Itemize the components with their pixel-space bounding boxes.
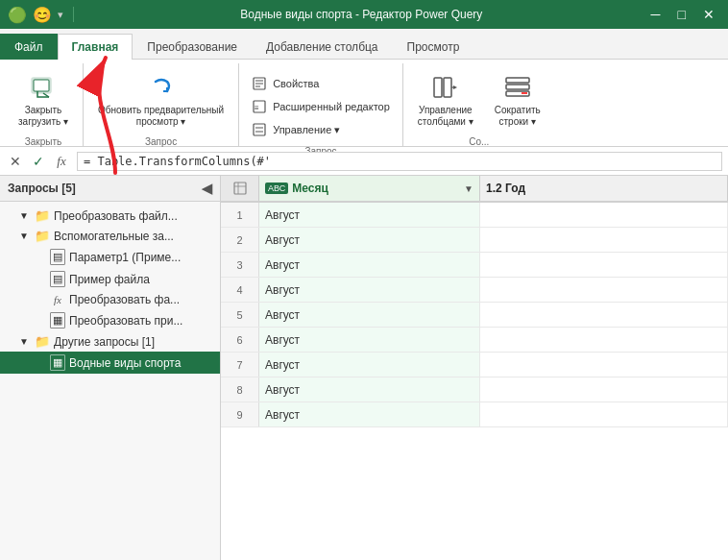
folder-icon-helper: 📁 [35,229,50,243]
refresh-button[interactable]: Обновить предварительныйпросмотр ▾ [91,67,231,133]
table-row: 8 Август [221,377,728,402]
refresh-label: Обновить предварительныйпросмотр ▾ [98,105,224,128]
manage-columns-icon [430,72,461,103]
table-row: 3 Август [221,253,728,278]
sidebar-item-label-water-sports: Водные виды спорта [69,356,212,370]
manage-label: Управление ▾ [273,124,340,136]
close-load-button[interactable]: Закрытьзагрузить ▾ [12,67,75,133]
svg-rect-12 [444,78,451,97]
refresh-icon [146,72,177,103]
table-row: 2 Август [221,228,728,253]
table-row: 9 Август [221,402,728,427]
formula-input[interactable] [77,152,722,171]
folder-icon-transform: 📁 [35,208,50,223]
close-icon [28,72,59,103]
sidebar-title: Запросы [5] [8,182,76,195]
reduce-rows-icon [502,72,533,103]
row-number: 9 [221,402,259,426]
sidebar-item-transform-sample[interactable]: ▦ Преобразовать при... [0,309,220,331]
cell-month: Август [259,328,480,352]
folder-icon-other: 📁 [35,334,50,349]
cell-year [480,253,728,277]
ribbon-group-query-side: Свойства ≡ Расширенный редактор [239,63,403,146]
cell-month: Август [259,377,480,402]
svg-rect-11 [434,78,442,97]
cell-month: Август [259,203,480,227]
manage-button[interactable]: Управление ▾ [247,119,395,140]
tab-file[interactable]: Файл [0,34,58,60]
svg-rect-17 [234,183,246,194]
app-icon: 🟢 [8,6,27,24]
tab-view[interactable]: Просмотр [393,34,474,60]
close-group-buttons: Закрытьзагрузить ▾ [12,63,75,133]
tab-transform[interactable]: Преобразование [133,34,252,60]
tree-arrow-other: ▼ [19,336,31,347]
sidebar-item-label-helper: Вспомогательные за... [54,230,212,243]
month-filter-button[interactable]: ▼ [464,183,473,194]
close-label: Закрытьзагрузить ▾ [18,105,68,128]
sidebar-collapse-button[interactable]: ◀ [202,181,212,196]
min-button[interactable]: ─ [645,7,667,22]
cell-month: Август [259,303,480,327]
fx-icon-tree: fx [50,294,65,305]
cancel-icon[interactable]: ✕ [6,154,25,169]
sidebar-item-label-transform-sample: Преобразовать при... [69,314,212,328]
sidebar-item-label-other: Другие запросы [1] [54,335,212,349]
main-area: Запросы [5] ◀ ▼ 📁 Преобразовать файл... … [0,176,728,560]
year-col-label: 1.2 Год [486,182,525,195]
reduce-rows-button[interactable]: Сократитьстроки ▾ [488,67,547,133]
sidebar-item-other-queries[interactable]: ▼ 📁 Другие запросы [1] [0,331,220,352]
row-number: 6 [221,328,259,352]
cell-year [480,303,728,327]
svg-rect-13 [506,78,529,83]
month-col-label: Месяц [292,182,328,195]
sidebar-item-helper[interactable]: ▼ 📁 Вспомогательные за... [0,226,220,246]
col-header-year: 1.2 Год [480,176,728,201]
svg-text:≡: ≡ [255,104,259,112]
fx-icon[interactable]: fx [52,154,71,169]
title-bar: 🟢 😊 ▾ Водные виды спорта - Редактор Powe… [0,0,728,29]
sidebar: Запросы [5] ◀ ▼ 📁 Преобразовать файл... … [0,176,221,560]
row-number: 5 [221,303,259,327]
cell-year [480,328,728,352]
ribbon-tabs: Файл Главная Преобразование Добавление с… [0,29,728,60]
cell-month: Август [259,353,480,377]
col-header-month: АВС Месяц ▼ [259,176,480,201]
formula-bar: ✕ ✓ fx [0,147,728,176]
sidebar-item-param1[interactable]: ▤ Параметр1 (Приме... [0,246,220,268]
sidebar-item-sample-file[interactable]: ▤ Пример файла [0,268,220,290]
table-row: 1 Август [221,203,728,228]
close-button[interactable]: ✕ [697,7,720,22]
columns-group-label: Со... [411,133,547,147]
cell-month: Август [259,278,480,302]
columns-group-buttons: Управлениестолбцами ▾ Сократитьстроки ▾ [411,63,547,133]
cell-year [480,377,728,402]
properties-button[interactable]: Свойства [247,73,395,94]
tree-arrow-helper: ▼ [19,231,31,241]
confirm-icon[interactable]: ✓ [29,154,48,169]
window-title: Водные виды спорта - Редактор Power Quer… [84,8,640,21]
sidebar-header: Запросы [5] ◀ [0,176,220,202]
grid-body: 1 Август 2 Август 3 Август 4 Август 5 Ав… [221,203,728,560]
cell-month: Август [259,402,480,426]
table-icon-sample: ▤ [50,271,65,287]
svg-rect-8 [254,124,265,135]
manage-columns-button[interactable]: Управлениестолбцами ▾ [411,67,480,133]
max-button[interactable]: □ [672,7,692,22]
row-number: 3 [221,253,259,277]
row-number: 2 [221,228,259,252]
ribbon-group-close: Закрытьзагрузить ▾ Закрыть [4,63,84,146]
sidebar-item-water-sports[interactable]: ▦ Водные виды спорта [0,352,220,374]
advanced-editor-button[interactable]: ≡ Расширенный редактор [247,96,395,117]
table-row: 5 Август [221,303,728,328]
sidebar-item-transform-files[interactable]: ▼ 📁 Преобразовать файл... [0,206,220,226]
cell-month: Август [259,228,480,252]
table-row: 7 Август [221,353,728,377]
svg-rect-1 [34,80,49,91]
advanced-editor-icon: ≡ [252,99,267,114]
formula-icons: ✕ ✓ fx [6,154,71,169]
tab-home[interactable]: Главная [58,34,133,60]
sidebar-item-transform-fx[interactable]: fx Преобразовать фа... [0,290,220,309]
cell-year [480,278,728,302]
tab-add-column[interactable]: Добавление столбца [252,34,393,60]
